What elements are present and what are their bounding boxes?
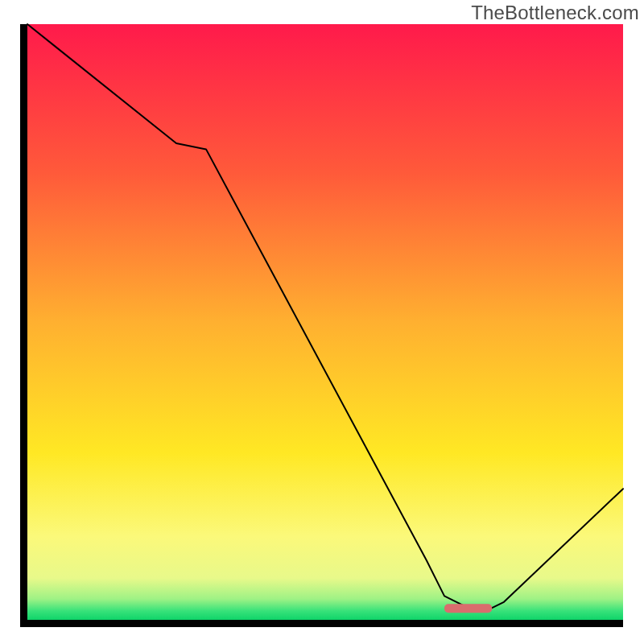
y-axis (20, 24, 27, 627)
x-axis (20, 620, 623, 627)
chart-canvas (0, 0, 644, 644)
plot-background (27, 24, 623, 620)
watermark-text: TheBottleneck.com (471, 2, 639, 24)
bottleneck-chart: TheBottleneck.com (0, 0, 644, 644)
optimum-marker (444, 604, 492, 613)
